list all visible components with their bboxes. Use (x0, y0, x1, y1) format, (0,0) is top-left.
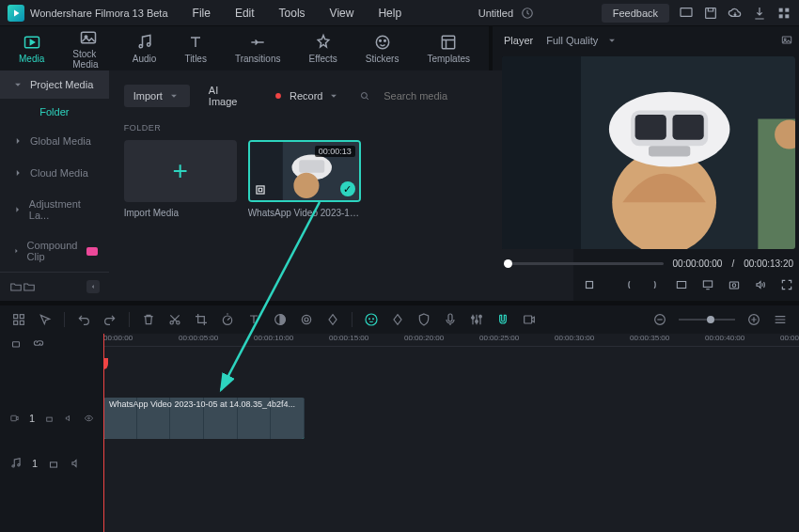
snapshot-icon[interactable] (728, 278, 741, 291)
top-actions: Feedback (602, 4, 791, 23)
zoom-out-icon[interactable] (652, 312, 667, 327)
svg-rect-42 (729, 282, 738, 289)
monitor-icon[interactable] (701, 278, 714, 291)
record-button[interactable]: Record (262, 85, 350, 107)
tab-transitions[interactable]: Transitions (235, 33, 281, 64)
track-lock-icon[interactable] (44, 412, 55, 425)
zoom-in-icon[interactable] (746, 312, 761, 327)
select-tool-icon[interactable] (38, 312, 53, 327)
track-headers: 1 1 (0, 334, 103, 532)
magnet-icon[interactable] (495, 312, 510, 327)
grid-icon[interactable] (776, 6, 791, 21)
sidebar-item-cloud-media[interactable]: Cloud Media (0, 157, 109, 189)
sidebar-item-global-media[interactable]: Global Media (0, 125, 109, 157)
quality-select[interactable]: Full Quality (546, 34, 619, 47)
export-icon[interactable] (752, 6, 767, 21)
timeline-clip[interactable]: WhatsApp Video 2023-10-05 at 14.08.35_4b… (103, 398, 305, 439)
eye-icon[interactable] (84, 412, 94, 425)
view-options-icon[interactable] (773, 312, 788, 327)
mark-out-icon[interactable] (649, 278, 662, 291)
save-icon[interactable] (703, 6, 718, 21)
audio-track-header[interactable]: 1 (0, 441, 103, 486)
speed-icon[interactable] (220, 312, 235, 327)
sidebar-folder-label[interactable]: Folder (0, 99, 109, 125)
menu-file[interactable]: File (183, 3, 220, 23)
svg-rect-6 (785, 14, 789, 18)
search-input[interactable] (380, 86, 517, 105)
aspect-icon[interactable] (675, 278, 688, 291)
chevron-right-icon (11, 134, 24, 148)
doc-title: Untitled (478, 8, 513, 19)
timeline-tracks[interactable]: 00:00:00 00:00:05:00 00:00:10:00 00:00:1… (103, 334, 799, 532)
volume-icon[interactable] (754, 278, 767, 291)
menu-view[interactable]: View (321, 3, 364, 23)
menu-help[interactable]: Help (368, 3, 411, 23)
chevron-down-icon (11, 78, 24, 91)
player-viewport[interactable] (502, 56, 795, 249)
layout-icon[interactable] (11, 312, 26, 327)
sidebar-item-adjustment-layers[interactable]: Adjustment La... (0, 189, 109, 230)
crop-icon[interactable] (194, 312, 209, 327)
tab-stock-media[interactable]: Stock Media (72, 28, 104, 70)
import-button[interactable]: Import (124, 85, 190, 107)
picture-icon[interactable] (780, 34, 793, 47)
marker-icon[interactable] (390, 312, 405, 327)
lock-track-icon[interactable] (9, 336, 23, 350)
mixer-icon[interactable] (469, 312, 484, 327)
tab-media[interactable]: Media (19, 33, 44, 64)
svg-rect-8 (82, 32, 96, 43)
mark-in-icon[interactable] (622, 278, 635, 291)
import-media-tile[interactable]: + Import Media (124, 140, 237, 218)
ai-icon[interactable] (364, 312, 379, 327)
tab-label: Stickers (366, 54, 400, 64)
feedback-button[interactable]: Feedback (602, 4, 669, 23)
zoom-slider[interactable] (679, 319, 735, 321)
tab-titles[interactable]: Titles (184, 33, 207, 64)
tab-stickers[interactable]: Stickers (366, 33, 400, 64)
delete-icon[interactable] (141, 312, 156, 327)
timeline-ruler[interactable]: 00:00:00 00:00:05:00 00:00:10:00 00:00:1… (103, 334, 799, 347)
folder-heading: FOLDER (124, 123, 558, 133)
clip-label: WhatsApp Video 2023-10-05 at 14.08.35_4b… (109, 399, 295, 409)
undo-icon[interactable] (76, 312, 91, 327)
playhead[interactable] (103, 334, 104, 532)
text-tool-icon[interactable] (246, 312, 261, 327)
sidebar-project-media[interactable]: Project Media (0, 70, 109, 99)
svg-point-59 (476, 321, 478, 323)
folder-icon[interactable] (23, 280, 36, 293)
cut-icon[interactable] (167, 312, 182, 327)
shield-icon[interactable] (416, 312, 431, 327)
video-track-header[interactable]: 1 (0, 396, 103, 441)
tab-audio[interactable]: Audio (133, 33, 157, 64)
progress-slider[interactable] (504, 262, 664, 265)
color-icon[interactable] (273, 312, 288, 327)
redo-icon[interactable] (102, 312, 118, 327)
svg-point-13 (379, 40, 381, 42)
svg-rect-1 (681, 8, 692, 16)
fullscreen-icon[interactable] (780, 278, 793, 291)
record-tool-icon[interactable] (522, 312, 537, 327)
mute-icon[interactable] (64, 412, 74, 425)
menu-edit[interactable]: Edit (226, 3, 264, 23)
track-lock-icon[interactable] (47, 457, 60, 470)
zoom-handle[interactable] (707, 316, 714, 323)
transitions-tool-icon[interactable] (299, 312, 314, 327)
display-icon[interactable] (679, 6, 694, 21)
link-icon[interactable] (32, 336, 45, 350)
menu-tools[interactable]: Tools (270, 3, 315, 23)
mute-icon[interactable] (70, 457, 83, 470)
tab-effects[interactable]: Effects (308, 33, 337, 64)
mic-icon[interactable] (443, 312, 458, 327)
cloud-download-icon[interactable] (728, 6, 743, 21)
new-folder-icon[interactable] (9, 280, 23, 293)
collapse-icon[interactable] (86, 280, 100, 293)
media-clip-tile[interactable]: 00:00:13 ✓ WhatsApp Video 2023-10-05... (248, 140, 361, 218)
progress-thumb[interactable] (504, 259, 512, 268)
time-total: 00:00:13:20 (744, 258, 793, 269)
ai-image-button[interactable]: AI Image (199, 80, 253, 112)
playhead-handle[interactable] (103, 358, 108, 369)
tab-templates[interactable]: Templates (427, 33, 470, 64)
stop-icon[interactable] (583, 278, 596, 291)
sidebar-item-compound-clip[interactable]: Compound Clip (0, 230, 109, 272)
keyframe-icon[interactable] (325, 312, 340, 327)
